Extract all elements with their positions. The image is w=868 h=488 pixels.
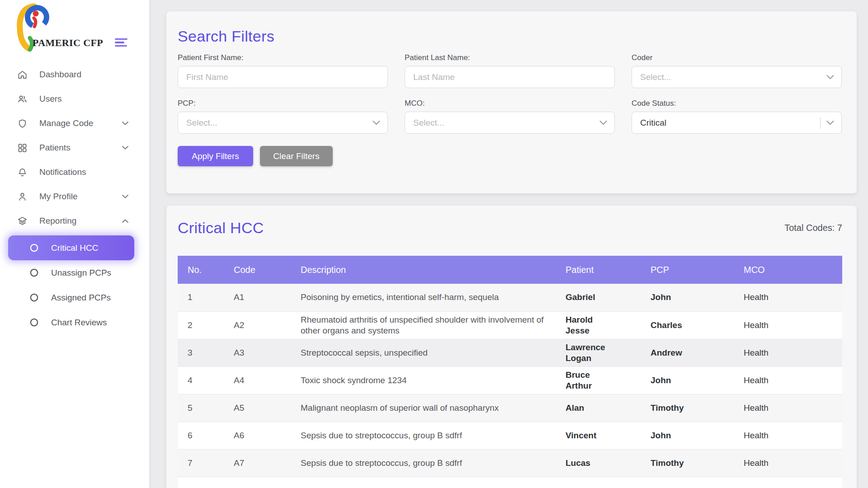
chevron-down-icon [122, 122, 128, 126]
cell-patient: Lucas [556, 449, 641, 477]
sidebar-item-manage-code[interactable]: Manage Code [0, 111, 149, 136]
code-status-value: Critical [640, 118, 820, 128]
brand-name: PAMERIC CFP [33, 37, 103, 49]
first-name-field: Patient First Name: [178, 53, 388, 88]
chevron-down-icon [826, 120, 834, 125]
clear-filters-button[interactable]: Clear Filters [260, 146, 333, 166]
cell-patient: Gabriel [556, 284, 641, 311]
cell-code: A4 [224, 366, 291, 394]
cell-description: Sepsis due to streptococcus, group B sdf… [291, 422, 556, 449]
chevron-down-icon [599, 120, 607, 125]
column-header-description: Description [291, 256, 556, 284]
mco-field: MCO: Select... [405, 99, 615, 134]
cell-pcp: Timothy [641, 394, 734, 422]
cell-no: 5 [178, 394, 224, 422]
last-name-input[interactable] [405, 66, 615, 88]
cell-no: 6 [178, 422, 224, 449]
sidebar-item-my-profile[interactable]: My Profile [0, 184, 149, 209]
cell-mco: Health [734, 366, 842, 394]
pcp-field: PCP: Select... [178, 99, 388, 134]
cell-patient: Bruce Arthur [556, 366, 641, 394]
mco-select[interactable]: Select... [405, 112, 615, 134]
table-row: 1 A1 Poisoning by emetics, intentional s… [178, 284, 842, 311]
cell-mco: Health [734, 394, 842, 422]
critical-hcc-table: No. Code Description Patient PCP MCO 1 A… [178, 256, 842, 477]
sidebar-item-chart-reviews[interactable]: Chart Reviews [8, 310, 134, 335]
bell-icon [17, 167, 28, 178]
sidebar-item-label: My Profile [39, 192, 77, 202]
cell-mco: Health [734, 311, 842, 339]
table-title: Critical HCC [178, 219, 264, 237]
table-row: 6 A6 Sepsis due to streptococcus, group … [178, 422, 842, 449]
cell-description: Poisoning by emetics, intentional self-h… [291, 284, 556, 311]
cell-no: 2 [178, 311, 224, 339]
cell-description: Rheumatoid arthritis of unspecified shou… [291, 311, 556, 339]
sidebar-item-reporting[interactable]: Reporting [0, 209, 149, 233]
coder-field: Coder Select... [632, 53, 842, 88]
last-name-label: Patient Last Name: [405, 53, 615, 62]
app-root: PAMERIC CFP Dashboard Users [0, 0, 868, 488]
chevron-down-icon [373, 120, 380, 125]
pcp-label: PCP: [178, 99, 388, 108]
column-header-mco: MCO [734, 256, 842, 284]
apply-filters-button[interactable]: Apply Filters [178, 146, 253, 166]
chevron-down-icon [122, 195, 128, 199]
cell-pcp: John [641, 366, 734, 394]
sidebar-item-label: Dashboard [39, 70, 81, 80]
code-status-select[interactable]: Critical [632, 112, 842, 134]
sidebar-nav: Dashboard Users Manage Code [0, 62, 149, 335]
sidebar: PAMERIC CFP Dashboard Users [0, 0, 149, 488]
sidebar-subitem-label: Assigned PCPs [51, 293, 111, 303]
code-status-label: Code Status: [632, 99, 842, 108]
cell-patient: Vincent [556, 422, 641, 449]
coder-select[interactable]: Select... [632, 66, 842, 88]
cell-patient: Alan [556, 394, 641, 422]
circle-icon [29, 293, 39, 302]
table-header-row: Critical HCC Total Codes: 7 [178, 206, 842, 237]
sidebar-item-label: Manage Code [39, 118, 93, 128]
home-icon [17, 70, 28, 80]
table-footer-spacer [178, 477, 842, 488]
cell-pcp: Timothy [641, 449, 734, 477]
cell-description: Streptococcal sepsis, unspecified [291, 339, 556, 366]
chevron-up-icon [122, 219, 128, 223]
sidebar-subitem-label: Chart Reviews [51, 318, 107, 328]
sidebar-subitem-label: Unassign PCPs [51, 268, 111, 278]
sidebar-item-unassign-pcps[interactable]: Unassign PCPs [8, 260, 134, 285]
total-codes-label: Total Codes: 7 [784, 223, 842, 233]
filters-title: Search Filters [178, 11, 842, 45]
cell-pcp: Charles [641, 311, 734, 339]
table-row: 2 A2 Rheumatoid arthritis of unspecified… [178, 311, 842, 339]
sidebar-item-notifications[interactable]: Notifications [0, 160, 149, 184]
sidebar-item-users[interactable]: Users [0, 87, 149, 111]
cell-code: A5 [224, 394, 291, 422]
circle-icon [29, 318, 39, 327]
column-header-no: No. [178, 256, 224, 284]
cell-pcp: John [641, 422, 734, 449]
cell-no: 4 [178, 366, 224, 394]
cell-code: A3 [224, 339, 291, 366]
cell-mco: Health [734, 449, 842, 477]
pcp-select-placeholder: Select... [186, 118, 373, 128]
sidebar-item-critical-hcc[interactable]: Critical HCC [8, 235, 134, 260]
users-icon [17, 94, 28, 104]
first-name-input[interactable] [178, 66, 388, 88]
circle-icon [29, 268, 39, 277]
cell-no: 7 [178, 449, 224, 477]
sidebar-item-patients[interactable]: Patients [0, 136, 149, 160]
grid-icon [17, 143, 28, 153]
table-row: 4 A4 Toxic shock syndrome 1234 Bruce Art… [178, 366, 842, 394]
cell-code: A1 [224, 284, 291, 311]
cell-patient: Harold Jesse [556, 311, 641, 339]
coder-label: Coder [632, 53, 842, 62]
cell-description: Malignant neoplasm of superior wall of n… [291, 394, 556, 422]
mco-select-placeholder: Select... [413, 118, 599, 128]
cell-mco: Health [734, 339, 842, 366]
sidebar-item-label: Reporting [39, 216, 76, 226]
pcp-select[interactable]: Select... [178, 112, 388, 134]
menu-toggle-icon[interactable] [115, 38, 128, 48]
sidebar-item-assigned-pcps[interactable]: Assigned PCPs [8, 285, 134, 310]
critical-hcc-card: Critical HCC Total Codes: 7 No. Code Des… [166, 206, 857, 488]
cell-description: Sepsis due to streptococcus, group B sdf… [291, 449, 556, 477]
sidebar-item-dashboard[interactable]: Dashboard [0, 62, 149, 87]
